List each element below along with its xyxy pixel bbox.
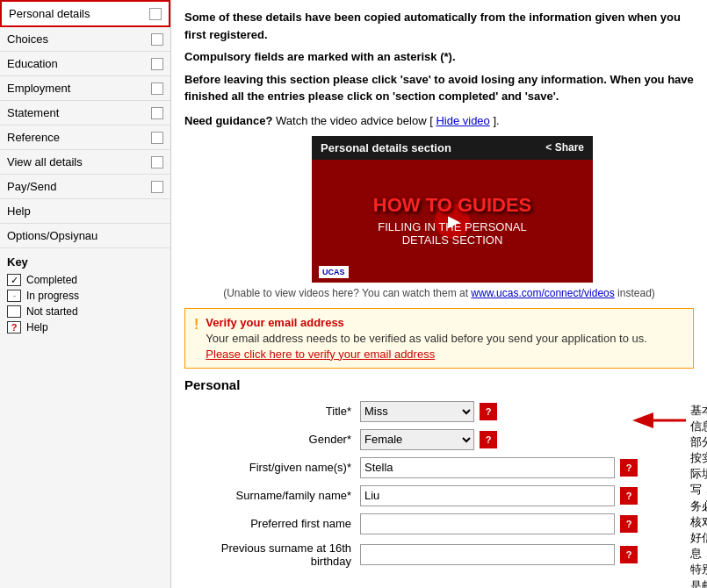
sidebar-item-label: Employment xyxy=(7,82,70,95)
key-help: ? Help xyxy=(7,321,163,333)
annotation-arrow xyxy=(629,403,690,438)
key-completed: ✓ Completed xyxy=(7,274,163,286)
hide-video-link[interactable]: Hide video xyxy=(436,114,489,127)
form-field-first-name: ? xyxy=(360,457,638,478)
sidebar-checkbox xyxy=(151,181,163,193)
guidance-text: Need guidance? Watch the video advice be… xyxy=(184,114,694,127)
alert-icon: ! xyxy=(194,317,198,361)
sidebar-item-employment[interactable]: Employment xyxy=(0,76,170,101)
form-title-row-wrapper: Title* Miss Mr Mrs Ms Dr Prof ? xyxy=(184,401,694,589)
title-help-button[interactable]: ? xyxy=(480,403,497,420)
checkmark-icon: ✓ xyxy=(11,275,18,286)
key-not-started-box xyxy=(7,305,21,318)
surname-input[interactable] xyxy=(360,485,615,506)
form-fields-col: Title* Miss Mr Mrs Ms Dr Prof ? xyxy=(184,401,638,575)
alert-box: ! Verify your email address Your email a… xyxy=(184,308,694,369)
guidance-section: Need guidance? Watch the video advice be… xyxy=(184,114,694,127)
sidebar-checkbox xyxy=(151,107,163,119)
sidebar-item-education[interactable]: Education xyxy=(0,52,170,76)
key-in-progress-box: ··· xyxy=(7,290,21,302)
form-label-surname: Surname/family name* xyxy=(184,489,360,502)
sidebar-item-label: Help xyxy=(7,204,31,218)
sidebar-item-pay-send[interactable]: Pay/Send xyxy=(0,175,170,199)
video-subtitle-text: FILLING IN THE PERSONALDETAILS SECTION xyxy=(373,220,532,247)
key-completed-box: ✓ xyxy=(7,274,21,286)
share-icon: < xyxy=(545,141,552,154)
alert-content: Verify your email address Your email add… xyxy=(206,316,647,361)
annotation-wrapper: 基本信息部分按实际填写，务必核对好信息，特别是邮箱地址。 xyxy=(629,403,707,589)
intro-line3: Before leaving this section please click… xyxy=(184,73,694,104)
video-share[interactable]: < Share xyxy=(545,141,584,154)
key-section: Key ✓ Completed ··· In progress Not star… xyxy=(0,248,170,344)
sidebar-item-help[interactable]: Help xyxy=(0,199,170,224)
guidance-suffix: ]. xyxy=(493,114,499,127)
form-section: Personal Title* Miss Mr Mrs Ms Dr xyxy=(184,377,694,589)
form-row-first-name: First/given name(s)* ? xyxy=(184,457,638,478)
sidebar-item-label: Choices xyxy=(7,32,48,46)
sidebar-item-label: Personal details xyxy=(9,7,90,20)
form-row-title: Title* Miss Mr Mrs Ms Dr Prof ? xyxy=(184,401,638,422)
sidebar-item-label: Reference xyxy=(7,131,60,144)
previous-surname-input[interactable] xyxy=(360,544,615,565)
sidebar-item-personal-details[interactable]: Personal details xyxy=(0,0,170,27)
sidebar-checkbox xyxy=(151,82,163,95)
title-select[interactable]: Miss Mr Mrs Ms Dr Prof xyxy=(360,401,474,422)
alert-body: Your email address needs to be verified … xyxy=(206,332,647,345)
video-how-to-text: HOW TO GUIDES xyxy=(373,195,532,216)
sidebar-checkbox xyxy=(151,58,163,70)
form-section-title: Personal xyxy=(184,377,694,392)
video-caption: (Unable to view videos here? You can wat… xyxy=(184,287,694,299)
form-label-gender: Gender* xyxy=(184,433,360,446)
need-guidance-label: Need guidance? xyxy=(184,114,272,127)
sidebar-checkbox xyxy=(149,8,162,20)
video-title: Personal details section xyxy=(321,141,451,154)
first-name-input[interactable] xyxy=(360,457,615,478)
form-field-preferred-name: ? xyxy=(360,513,638,534)
alert-title: Verify your email address xyxy=(206,316,647,329)
key-help-box: ? xyxy=(7,321,21,333)
sidebar-item-view-all[interactable]: View all details xyxy=(0,150,170,175)
form-row-preferred-name: Preferred first name ? xyxy=(184,513,638,534)
sidebar-item-reference[interactable]: Reference xyxy=(0,125,170,150)
form-label-first-name: First/given name(s)* xyxy=(184,461,360,474)
key-completed-label: Completed xyxy=(26,274,77,286)
gender-help-button[interactable]: ? xyxy=(480,431,497,448)
form-field-gender: Female Male Other ? xyxy=(360,429,638,450)
key-not-started: Not started xyxy=(7,305,163,318)
key-not-started-label: Not started xyxy=(26,305,78,318)
video-logo: UCAS xyxy=(319,266,349,278)
sidebar-checkbox xyxy=(151,33,163,46)
verify-email-link[interactable]: Please click here to verify your email a… xyxy=(206,348,435,361)
key-help-label: Help xyxy=(26,321,48,333)
sidebar-item-label: Education xyxy=(7,57,58,70)
form-row-surname: Surname/family name* ? xyxy=(184,485,638,506)
form-row-gender: Gender* Female Male Other ? xyxy=(184,429,638,450)
form-field-surname: ? xyxy=(360,485,638,506)
video-thumbnail[interactable]: HOW TO GUIDES FILLING IN THE PERSONALDET… xyxy=(312,160,593,283)
sidebar-item-label: View all details xyxy=(7,155,83,169)
dots-icon: ··· xyxy=(12,292,16,300)
arrow-wrapper xyxy=(629,403,690,438)
ucas-videos-link[interactable]: www.ucas.com/connect/videos xyxy=(471,287,614,299)
intro-text: Some of these details have been copied a… xyxy=(184,9,694,105)
gender-select[interactable]: Female Male Other xyxy=(360,429,474,450)
form-label-preferred-name: Preferred first name xyxy=(184,517,360,530)
sidebar-item-options[interactable]: Options/Opsiynau xyxy=(0,224,170,248)
key-in-progress-label: In progress xyxy=(26,290,79,302)
form-label-previous-surname: Previous surname at 16th birthday xyxy=(184,541,360,568)
intro-line2: Compulsory fields are marked with an ast… xyxy=(184,50,456,63)
video-title-bar: Personal details section < Share xyxy=(312,136,593,160)
preferred-name-input[interactable] xyxy=(360,513,615,534)
video-wrapper: Personal details section < Share HOW TO … xyxy=(211,136,694,283)
annotation-text: 基本信息部分按实际填写，务必核对好信息，特别是邮箱地址。 xyxy=(690,403,707,589)
form-label-title: Title* xyxy=(184,405,360,418)
video-container: Personal details section < Share HOW TO … xyxy=(312,136,593,283)
key-title: Key xyxy=(7,255,163,269)
sidebar-checkbox xyxy=(151,156,163,169)
sidebar-checkbox xyxy=(151,132,163,144)
sidebar-item-label: Options/Opsiynau xyxy=(7,229,97,242)
sidebar-item-statement[interactable]: Statement xyxy=(0,101,170,125)
sidebar-item-label: Statement xyxy=(7,106,59,119)
sidebar-item-choices[interactable]: Choices xyxy=(0,27,170,52)
form-field-previous-surname: ? xyxy=(360,544,638,565)
